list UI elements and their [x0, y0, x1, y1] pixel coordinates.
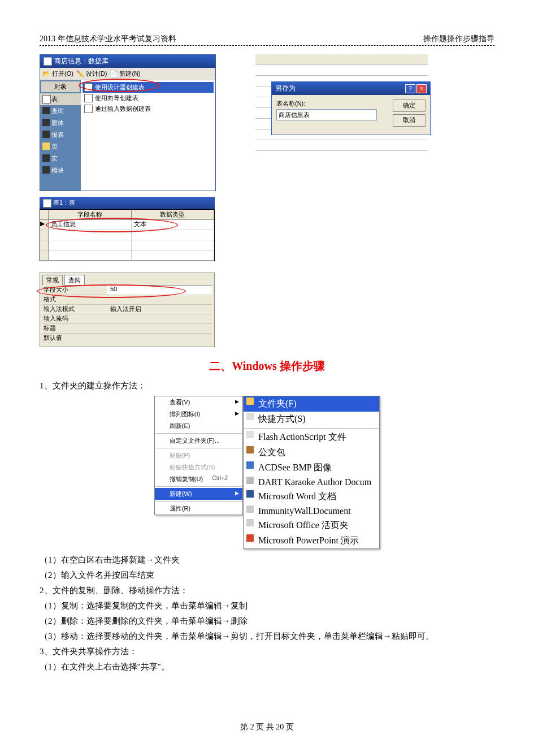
- prop-label-caption: 标题: [42, 324, 107, 333]
- binder-icon: [246, 519, 254, 526]
- tablename-input[interactable]: 商店信息表: [276, 109, 377, 120]
- menu-new[interactable]: 新建(W)▶: [155, 488, 242, 500]
- submenu-briefcase[interactable]: 公文包: [244, 445, 379, 460]
- sidebar-item-page[interactable]: 页: [40, 141, 81, 153]
- data-type-cell[interactable]: 文本: [132, 220, 215, 230]
- form-icon: [42, 119, 50, 126]
- prop-val-mask[interactable]: [107, 314, 212, 323]
- table-design-window: 表1：表 字段名称 数据类型 ▶ 员工信息 文本: [40, 197, 215, 347]
- menu-separator: [155, 433, 242, 434]
- prop-label-size: 字段大小: [42, 286, 107, 295]
- arrow-icon: ▶: [235, 411, 239, 416]
- prop-val-ime[interactable]: 输入法开启: [107, 305, 212, 314]
- menu-separator: [155, 448, 242, 448]
- sidebar-item-module[interactable]: 模块: [40, 165, 81, 176]
- close-icon[interactable]: ×: [416, 84, 427, 93]
- image-icon: [246, 461, 254, 469]
- menu-paste: 粘贴(P): [155, 450, 242, 461]
- file-icon: [246, 506, 254, 513]
- create-table-designer[interactable]: 使用设计器创建表: [83, 82, 214, 93]
- designer-icon: [84, 83, 93, 92]
- submenu-shortcut[interactable]: 快捷方式(S): [244, 412, 379, 427]
- prop-val-caption[interactable]: [107, 324, 212, 333]
- menu-properties[interactable]: 属性(R): [155, 503, 242, 515]
- row-selector[interactable]: ▶: [40, 220, 49, 230]
- db-toolbar: 📂 打开(O) ✏️ 设计(D) 📄 新建(N): [40, 68, 215, 80]
- menu-paste-shortcut: 粘贴快捷方式(S): [155, 461, 242, 473]
- design-button[interactable]: ✏️ 设计(D): [75, 70, 107, 78]
- sidebar-item-report[interactable]: 报表: [40, 129, 81, 141]
- create-table-input[interactable]: 通过输入数据创建表: [83, 103, 214, 114]
- ppt-icon: [246, 534, 254, 542]
- table-window-icon: [43, 199, 51, 208]
- page-icon: [42, 142, 50, 150]
- submenu-dart[interactable]: DART Karaoke Author Docum: [244, 476, 379, 489]
- submenu-ppt[interactable]: Microsoft PowerPoint 演示: [244, 533, 379, 548]
- context-menu: 查看(V)▶ 排列图标(I)▶ 刷新(E) 自定义文件夹(F)... 粘贴(P)…: [154, 396, 243, 515]
- sidebar-item-form[interactable]: 窗体: [40, 117, 81, 129]
- new-button[interactable]: 📄 新建(N): [108, 70, 140, 78]
- prop-val-size[interactable]: 50: [107, 286, 212, 295]
- menu-separator: [155, 501, 242, 502]
- arrow-icon: ▶: [235, 490, 239, 496]
- word-icon: [246, 490, 254, 498]
- macro-icon: [42, 154, 50, 162]
- sidebar-item-macro[interactable]: 宏: [40, 153, 81, 165]
- file-icon: [246, 431, 254, 438]
- db-sidebar: 对象 表 查询 窗体 报表 页 宏 模块: [40, 80, 81, 191]
- submenu-binder[interactable]: Microsoft Office 活页夹: [244, 518, 379, 533]
- sidebar-item-query[interactable]: 查询: [40, 105, 81, 117]
- ok-button[interactable]: 确定: [393, 100, 426, 112]
- table-title-bar: 表1：表: [40, 197, 215, 209]
- prop-val-format[interactable]: [107, 295, 212, 304]
- page-footer: 第 2 页 共 20 页: [0, 722, 534, 732]
- submenu-bmp[interactable]: ACDSee BMP 图像: [244, 460, 379, 476]
- wizard-icon: [84, 94, 93, 102]
- create-table-wizard[interactable]: 使用向导创建表: [83, 93, 214, 103]
- db-title-text: 商店信息：数据库: [54, 57, 108, 66]
- shortcut-label: Ctrl+Z: [212, 475, 228, 481]
- submenu-word[interactable]: Microsoft Word 文档: [244, 489, 379, 504]
- prop-val-default[interactable]: [107, 334, 212, 343]
- menu-refresh[interactable]: 刷新(E): [155, 420, 242, 432]
- submenu-folder[interactable]: 文件夹(F): [244, 396, 379, 412]
- menu-customize[interactable]: 自定义文件夹(F)...: [155, 435, 242, 447]
- tab-general[interactable]: 常规: [42, 275, 63, 286]
- prop-label-mask: 输入掩码: [42, 314, 107, 323]
- p1: 1、文件夹的建立操作方法：: [40, 378, 494, 394]
- menu-separator: [244, 428, 379, 429]
- module-icon: [42, 166, 50, 174]
- prop-label-format: 格式: [42, 295, 107, 304]
- menu-view[interactable]: 查看(V)▶: [155, 396, 242, 408]
- submenu-immunity[interactable]: ImmunityWall.Document: [244, 504, 379, 518]
- menu-undo[interactable]: 撤销复制(U)Ctrl+Z: [155, 473, 242, 485]
- new-submenu: 文件夹(F) 快捷方式(S) Flash ActionScript 文件 公文包…: [243, 396, 380, 549]
- input-icon: [84, 105, 93, 113]
- col-data-type: 数据类型: [132, 210, 215, 219]
- query-icon: [42, 107, 50, 114]
- field-name-cell[interactable]: 员工信息: [49, 220, 132, 230]
- header-left: 2013 年信息技术学业水平考试复习资料: [40, 34, 176, 44]
- open-button[interactable]: 📂 打开(O): [42, 70, 73, 78]
- db-icon: [44, 57, 52, 66]
- submenu-flash[interactable]: Flash ActionScript 文件: [244, 430, 379, 445]
- p9: （1）在文件夹上右击选择"共享"。: [40, 659, 494, 675]
- db-main-pane: 使用设计器创建表 使用向导创建表 通过输入数据创建表: [81, 80, 215, 191]
- sidebar-item-table[interactable]: 表: [40, 93, 81, 105]
- folder-icon: [246, 398, 254, 405]
- col-field-name: 字段名称: [49, 210, 132, 219]
- cancel-button[interactable]: 取消: [393, 114, 426, 127]
- menu-arrange[interactable]: 排列图标(I)▶: [155, 408, 242, 420]
- sidebar-header: 对象: [41, 81, 80, 92]
- prop-label-default: 默认值: [42, 334, 107, 343]
- help-icon[interactable]: ?: [405, 84, 415, 93]
- header-right: 操作题操作步骤指导: [423, 34, 494, 44]
- header-divider: [40, 45, 494, 46]
- context-menu-figure: 查看(V)▶ 排列图标(I)▶ 刷新(E) 自定义文件夹(F)... 粘贴(P)…: [154, 396, 380, 549]
- p7: （3）移动：选择要移动的文件夹，单击菜单编辑→剪切，打开目标文件夹，单击菜单栏编…: [40, 629, 494, 644]
- shortcut-icon: [246, 413, 254, 420]
- saveas-title-bar: 另存为 ? ×: [272, 82, 430, 95]
- tab-lookup[interactable]: 查阅: [64, 275, 85, 286]
- db-title-bar: 商店信息：数据库: [40, 55, 215, 68]
- p2: （1）在空白区右击选择新建→文件夹: [40, 552, 494, 568]
